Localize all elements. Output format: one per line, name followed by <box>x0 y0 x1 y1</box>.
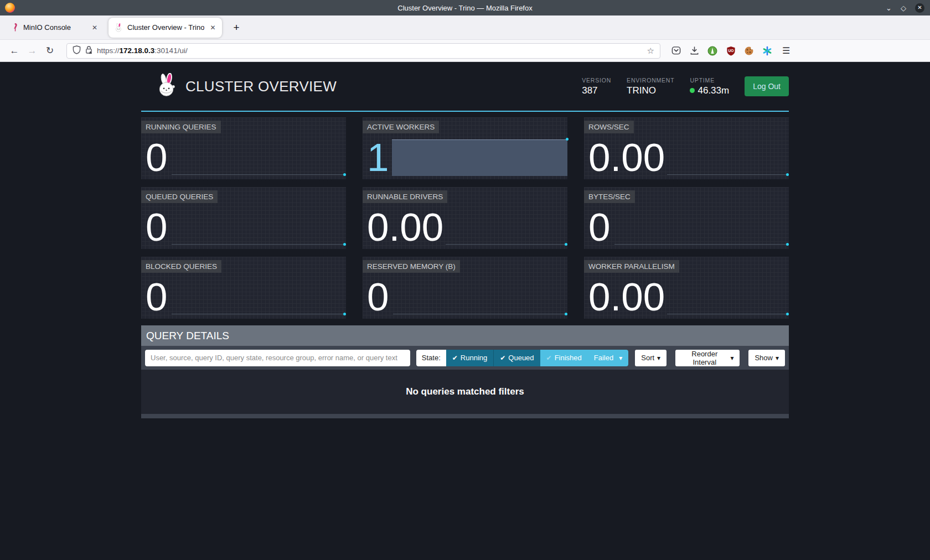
toolbar-extensions: UO ☰ <box>670 45 790 56</box>
sparkline <box>614 244 788 245</box>
spark-dot <box>566 138 569 141</box>
stat-label: QUEUED QUERIES <box>141 190 218 203</box>
privacy-badger-icon[interactable] <box>707 45 718 56</box>
spark-dot <box>786 173 789 176</box>
stat-card-worker-parallelism: WORKER PARALLELISM 0.00 <box>584 257 789 319</box>
minio-favicon-icon <box>10 23 19 32</box>
query-details-title: QUERY DETAILS <box>141 325 789 346</box>
page-title: CLUSTER OVERVIEW <box>185 78 337 95</box>
trino-bunny-logo-icon <box>157 73 177 100</box>
menu-icon[interactable]: ☰ <box>782 45 790 56</box>
download-icon[interactable] <box>689 45 700 56</box>
url-scheme: https:// <box>97 46 120 55</box>
stat-card-active-workers: ACTIVE WORKERS 1 <box>363 117 567 179</box>
new-tab-button[interactable]: + <box>230 22 242 34</box>
back-icon[interactable]: ← <box>6 45 23 56</box>
state-filter-label: State: <box>416 350 446 366</box>
stat-card-running-queries: RUNNING QUERIES 0 <box>141 117 346 179</box>
version-meta: VERSION 387 <box>582 77 611 96</box>
environment-meta: ENVIRONMENT TRINO <box>627 77 674 96</box>
navigation-bar: ← → ↻ https://172.18.0.3:30141/ui/ ☆ <box>0 40 930 62</box>
stat-label: BLOCKED QUERIES <box>141 260 221 273</box>
state-filter-queued[interactable]: Queued <box>493 350 540 366</box>
extension-asterisk-icon[interactable] <box>762 45 773 56</box>
state-filter-group: State: Running Queued Finished Failed <box>416 350 628 366</box>
lock-warning-icon[interactable] <box>85 45 92 56</box>
query-details-section: QUERY DETAILS State: Running Queued Fini… <box>141 325 789 418</box>
environment-value: TRINO <box>627 85 674 96</box>
ublock-origin-icon[interactable]: UO <box>725 45 736 56</box>
stat-value: 0 <box>146 139 168 176</box>
url-host: 172.18.0.3 <box>120 46 155 55</box>
url-path: :30141/ui/ <box>154 46 187 55</box>
firefox-window: Cluster Overview - Trino — Mozilla Firef… <box>0 0 930 560</box>
reorder-interval-dropdown[interactable]: Reorder Interval <box>675 350 740 366</box>
sparkline <box>172 244 345 245</box>
state-filter-running[interactable]: Running <box>446 350 494 366</box>
version-value: 387 <box>582 85 611 96</box>
state-filter-finished[interactable]: Finished <box>540 350 588 366</box>
spark-dot <box>343 243 346 246</box>
tab-title: Cluster Overview - Trino <box>127 23 204 32</box>
uptime-value: 46.33m <box>690 85 729 96</box>
state-filter-failed-dropdown[interactable]: Failed <box>588 350 628 366</box>
empty-message: No queries matched filters <box>406 386 524 397</box>
spark-dot <box>786 313 789 315</box>
spark-dot <box>343 173 346 176</box>
stat-card-queued-queries: QUEUED QUERIES 0 <box>141 187 346 249</box>
stat-card-blocked-queries: BLOCKED QUERIES 0 <box>141 257 346 319</box>
sparkline <box>667 314 788 314</box>
pocket-icon[interactable] <box>670 45 681 56</box>
window-title: Cluster Overview - Trino — Mozilla Firef… <box>0 4 930 12</box>
close-tab-icon[interactable]: ✕ <box>209 23 216 33</box>
trino-favicon-icon <box>114 23 123 32</box>
app-header: CLUSTER OVERVIEW VERSION 387 ENVIRONMENT… <box>141 62 789 112</box>
stat-value: 0.00 <box>367 209 443 246</box>
svg-text:UO: UO <box>728 48 733 52</box>
stat-value: 0 <box>146 209 168 246</box>
url-bar[interactable]: https://172.18.0.3:30141/ui/ ☆ <box>66 43 660 59</box>
spark-dot <box>343 313 346 315</box>
check-icon <box>546 354 552 362</box>
trino-page: CLUSTER OVERVIEW VERSION 387 ENVIRONMENT… <box>0 62 930 560</box>
tracking-shield-icon[interactable] <box>73 45 81 56</box>
check-icon <box>452 354 458 362</box>
stat-card-rows-per-sec: ROWS/SEC 0.00 <box>584 117 789 179</box>
stat-label: RUNNING QUERIES <box>141 121 221 133</box>
spark-dot <box>786 243 789 246</box>
maximize-icon[interactable]: ◇ <box>901 4 906 12</box>
version-label: VERSION <box>582 77 611 84</box>
stat-label: WORKER PARALLELISM <box>584 260 679 273</box>
stat-value: 0 <box>146 279 168 315</box>
sparkline <box>172 174 345 175</box>
environment-label: ENVIRONMENT <box>627 77 674 84</box>
tab-title: MinIO Console <box>23 23 86 32</box>
reload-icon[interactable]: ↻ <box>41 45 59 56</box>
tab-cluster-overview[interactable]: Cluster Overview - Trino ✕ <box>108 18 222 38</box>
forward-icon[interactable]: → <box>23 45 41 56</box>
stat-value: 0.00 <box>588 279 665 315</box>
show-dropdown[interactable]: Show <box>748 350 785 366</box>
tab-minio-console[interactable]: MinIO Console ✕ <box>4 18 104 38</box>
cookie-icon[interactable] <box>743 45 755 56</box>
stat-value: 0 <box>588 209 611 246</box>
stat-label: ACTIVE WORKERS <box>363 121 439 133</box>
close-tab-icon[interactable]: ✕ <box>91 23 99 33</box>
tab-bar: MinIO Console ✕ Cluster Overview - Trino… <box>0 15 930 40</box>
titlebar: Cluster Overview - Trino — Mozilla Firef… <box>0 0 930 15</box>
stats-grid: RUNNING QUERIES 0 ACTIVE WORKERS 1 ROWS/… <box>141 117 789 319</box>
log-out-button[interactable]: Log Out <box>745 76 789 96</box>
check-icon <box>500 354 505 362</box>
sparkline <box>172 314 345 314</box>
sparkline <box>667 174 788 175</box>
minimize-icon[interactable]: ⌄ <box>886 4 892 12</box>
sort-dropdown[interactable]: Sort <box>635 350 666 366</box>
stat-value: 1 <box>367 139 389 176</box>
stat-card-runnable-drivers: RUNNABLE DRIVERS 0.00 <box>363 187 567 249</box>
stat-card-bytes-per-sec: BYTES/SEC 0 <box>584 187 789 249</box>
stat-label: RUNNABLE DRIVERS <box>363 190 447 203</box>
bookmark-star-icon[interactable]: ☆ <box>647 46 654 56</box>
close-window-icon[interactable]: ✕ <box>915 3 924 13</box>
stat-value: 0.00 <box>588 139 665 176</box>
query-search-input[interactable] <box>145 350 410 366</box>
